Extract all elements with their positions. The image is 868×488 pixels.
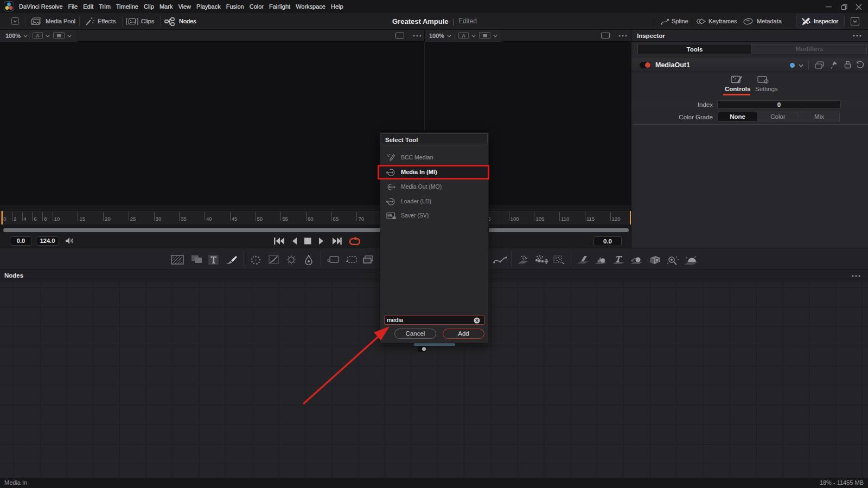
svg-text:A: A [462, 33, 465, 38]
svg-text:A: A [36, 33, 40, 38]
